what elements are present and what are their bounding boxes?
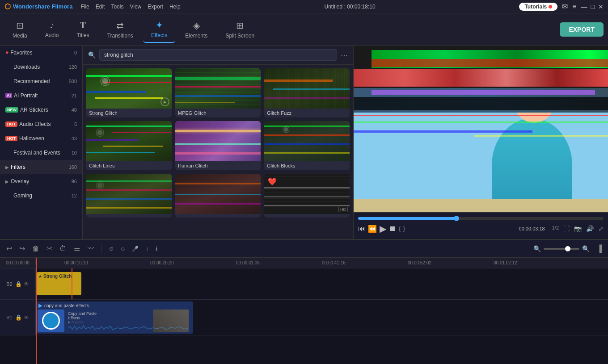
sidebar-item-halloween[interactable]: HOT Halloween 43 xyxy=(0,131,82,146)
effect-item-human-glitch[interactable]: Human Glitch xyxy=(175,121,261,170)
menu-item-view[interactable]: View xyxy=(130,4,141,10)
adjust-button[interactable]: ⚌ xyxy=(72,243,82,255)
effect-item-mpeg-glitch[interactable]: MPEG Glitch xyxy=(175,68,261,117)
video-clip-label: copy and paste effects xyxy=(44,303,89,308)
time-marker-6: 00:01:02:12 xyxy=(494,260,517,265)
effect-item-glitch-blocks[interactable]: ◉ Glitch Blocks xyxy=(264,121,350,170)
effect-item-9[interactable]: ❤️ HD xyxy=(264,174,350,218)
menu-item-edit[interactable]: Edit xyxy=(96,4,105,10)
time-marker-3: 00:00:31:06 xyxy=(236,260,260,265)
sidebar-count-downloads: 120 xyxy=(69,64,77,70)
video-clip-main[interactable]: ▶ copy and paste effects Copy and Paste … xyxy=(37,301,193,334)
cut-button[interactable]: ✂ xyxy=(45,243,54,255)
search-input[interactable] xyxy=(99,49,337,61)
tab-effects[interactable]: ✦ Effects xyxy=(143,16,175,43)
sidebar-item-recommended[interactable]: Recommended 500 xyxy=(0,74,82,88)
undo-button[interactable]: ↩ xyxy=(4,243,14,255)
sidebar-label-filters: Filters xyxy=(11,164,69,170)
sidebar-item-downloads[interactable]: Downloads 120 xyxy=(0,60,82,74)
grid-options-icon[interactable]: ⋯ xyxy=(341,51,348,59)
expand-icon[interactable]: ⤢ xyxy=(598,225,604,232)
menu-item-help[interactable]: Help xyxy=(169,4,181,10)
tab-audio[interactable]: ♪ Audio xyxy=(37,17,67,42)
export-button[interactable]: EXPORT xyxy=(560,22,604,37)
minimize-button[interactable]: — xyxy=(581,3,587,10)
track-1-icons: 🔒 👁 xyxy=(15,314,29,321)
window-controls[interactable]: — □ ✕ xyxy=(581,3,604,10)
sidebar-item-filters[interactable]: ▶ Filters 160 xyxy=(0,160,82,174)
tab-split-screen[interactable]: ⊞ Split Screen xyxy=(217,17,262,42)
effect-clip-strong-glitch[interactable]: ★ Strong Glitch xyxy=(37,272,81,295)
menu-icon[interactable]: ≡ xyxy=(572,3,576,11)
menu-item-file[interactable]: File xyxy=(80,4,89,10)
keyframe-button[interactable]: ◇ xyxy=(119,244,127,254)
track-eye-icon-1[interactable]: 👁 xyxy=(24,314,29,321)
sidebar-count-gaming: 12 xyxy=(72,193,77,198)
stop-button[interactable]: ⏹ xyxy=(389,225,396,233)
preview-screen xyxy=(354,46,608,212)
ratio-selector[interactable]: 1/2 xyxy=(552,225,559,232)
track-2-header: B2 🔒 👁 xyxy=(0,268,36,299)
timeline: ↩ ↪ 🗑 ✂ ⏱ ⚌ 〰 ⊙ ◇ 🎤 ↕ ℹ 🔍 🔍 ▐ 00:00:00:0… xyxy=(0,239,608,364)
tutorials-button[interactable]: Tutorials xyxy=(519,3,557,11)
sidebar-item-favorites[interactable]: ♥ Favorites 0 xyxy=(0,46,82,60)
tab-media[interactable]: ⊡ Media xyxy=(4,17,35,42)
recommended-icon xyxy=(5,78,12,84)
skip-back-button[interactable]: ⏮ xyxy=(358,225,365,233)
sidebar-count-favorites: 0 xyxy=(74,50,77,55)
sidebar-item-ai-portrait[interactable]: AI AI Portrait 21 xyxy=(0,88,82,103)
sidebar: ♥ Favorites 0 Downloads 120 Recommended … xyxy=(0,46,83,239)
tab-elements[interactable]: ◈ Elements xyxy=(177,17,215,42)
effect-item-glitch-fuzz[interactable]: Glitch Fuzz xyxy=(264,68,350,117)
effect-item-strong-glitch[interactable]: ◉ ▶ Strong Glitch xyxy=(86,68,172,117)
play-button[interactable]: ▶ xyxy=(380,223,386,234)
sidebar-count-festival: 10 xyxy=(72,150,77,155)
track-eye-icon-2[interactable]: 👁 xyxy=(24,281,29,287)
menu-item-export[interactable]: Export xyxy=(148,4,163,10)
effect-item-8[interactable] xyxy=(175,174,261,218)
clip-info-button[interactable]: ℹ xyxy=(154,244,160,254)
tab-titles[interactable]: T Titles xyxy=(68,17,97,42)
volume-icon[interactable]: 🔊 xyxy=(586,225,594,232)
audio-sync-button[interactable]: ↕ xyxy=(144,244,150,254)
sidebar-count-halloween: 43 xyxy=(72,136,77,141)
step-back-button[interactable]: ⏪ xyxy=(368,225,377,233)
zoom-slider[interactable] xyxy=(544,248,579,250)
progress-bar[interactable] xyxy=(358,217,604,220)
tab-transitions[interactable]: ⇄ Transitions xyxy=(99,17,141,42)
redo-button[interactable]: ↪ xyxy=(17,243,27,255)
voiceover-button[interactable]: 🎤 xyxy=(130,244,140,254)
menu-item-tools[interactable]: Tools xyxy=(111,4,123,10)
close-button[interactable]: ✕ xyxy=(598,3,604,10)
crop-button[interactable]: ⏱ xyxy=(58,243,68,255)
sidebar-item-audio-effects[interactable]: HOT Audio Effects 5 xyxy=(0,117,82,131)
maximize-button[interactable]: □ xyxy=(591,3,595,10)
effect-label-9 xyxy=(264,214,350,218)
sidebar-item-ar-stickers[interactable]: NEW AR Stickers 40 xyxy=(0,103,82,117)
snap-button[interactable]: ⊙ xyxy=(107,244,115,254)
clip-text-overlay: Copy and Paste Effects ▶ 5 items xyxy=(68,311,97,324)
timeline-expand-button[interactable]: ▐ xyxy=(595,243,604,255)
zoom-in-icon[interactable]: 🔍 xyxy=(582,245,590,252)
effect-item-glitch-lines[interactable]: ◉ Glitch Lines xyxy=(86,121,172,170)
chevron-icon-filters: ▶ xyxy=(5,165,9,170)
fullscreen-icon[interactable]: ⛶ xyxy=(563,225,570,232)
sidebar-item-gaming[interactable]: Gaming 12 xyxy=(0,188,82,203)
zoom-controls: 🔍 🔍 xyxy=(533,245,590,252)
zoom-out-icon[interactable]: 🔍 xyxy=(533,245,541,252)
sidebar-item-festival[interactable]: Festival and Events 10 xyxy=(0,146,82,160)
tab-media-label: Media xyxy=(13,33,27,39)
time-marker-1: 00:00:10:10 xyxy=(64,260,88,265)
effect-item-7[interactable]: ◉ xyxy=(86,174,172,218)
clip-star-icon: ★ xyxy=(38,274,42,279)
screenshot-icon[interactable]: 📷 xyxy=(574,225,582,232)
delete-button[interactable]: 🗑 xyxy=(30,243,41,255)
audio-waves-button[interactable]: 〰 xyxy=(85,243,96,255)
sidebar-item-overlay[interactable]: ▶ Overlay 96 xyxy=(0,174,82,188)
titlebar-right: Tutorials ✉ ≡ — □ ✕ xyxy=(519,2,604,11)
search-bar: 🔍 ⋯ xyxy=(83,46,353,65)
track-lock-icon-2[interactable]: 🔒 xyxy=(15,281,22,287)
sidebar-label-overlay: Overlay xyxy=(11,178,72,184)
track-lock-icon-1[interactable]: 🔒 xyxy=(15,314,22,321)
mail-icon[interactable]: ✉ xyxy=(562,2,568,11)
